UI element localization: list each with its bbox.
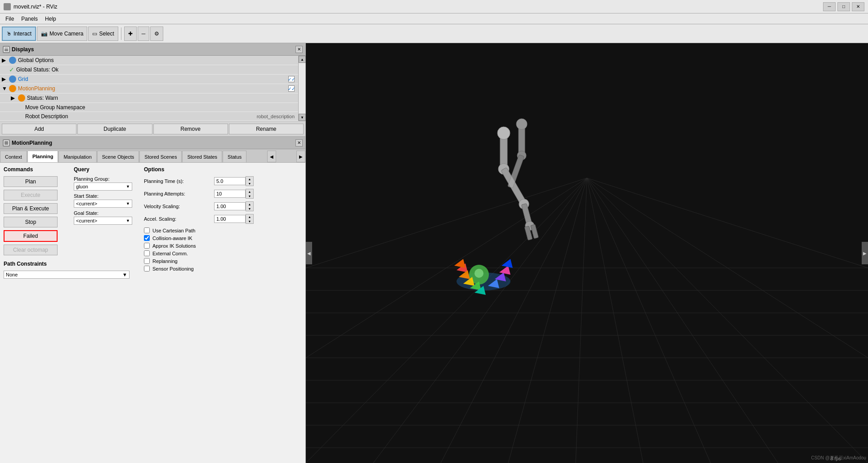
checkboxes-section: Use Cartesian Path Collision-aware IK Ap… [144,227,302,272]
external-comm-row: External Comm. [144,250,302,256]
planning-attempts-spinner-btns: ▲ ▼ [246,189,254,199]
planning-time-label: Planning Time (s): [144,178,211,184]
grid-arrow[interactable]: ▶ [2,76,9,82]
motion-planning-checkbox[interactable]: ✓ [288,85,295,92]
maximize-button[interactable]: □ [837,2,850,11]
accel-scaling-input[interactable] [214,215,246,223]
stop-button[interactable]: Stop [4,217,58,227]
global-status-name: Global Status: Ok [16,67,296,73]
display-row-global-status[interactable]: ▶ ✓ Global Status: Ok [0,65,298,75]
planning-content: Commands Plan Execute Plan & Execute Sto… [0,163,305,463]
tab-nav-left[interactable]: ◀ [267,151,276,162]
velocity-scaling-down[interactable]: ▼ [246,206,253,211]
velocity-scaling-input[interactable] [214,202,246,210]
motion-planning-arrow[interactable]: ▼ [2,85,9,92]
display-row-robot-desc[interactable]: ▶ Robot Description robot_description [0,112,298,121]
external-comm-checkbox[interactable] [144,250,150,256]
clear-octomap-button[interactable]: Clear octomap [4,245,58,255]
accel-scaling-row: Accel. Scaling: ▲ ▼ [144,214,302,224]
replanning-checkbox[interactable] [144,258,150,264]
tab-planning[interactable]: Planning [27,151,58,162]
use-cartesian-path-checkbox[interactable] [144,227,150,233]
displays-close-button[interactable]: ✕ [295,46,303,53]
accel-scaling-up[interactable]: ▲ [246,214,253,219]
plan-execute-button[interactable]: Plan & Execute [4,203,58,214]
accel-scaling-down[interactable]: ▼ [246,219,253,223]
planning-attempts-up[interactable]: ▲ [246,189,253,194]
close-button[interactable]: ✕ [852,2,864,11]
planning-time-down[interactable]: ▼ [246,181,253,186]
status-warn-arrow[interactable]: ▶ [11,95,18,101]
approx-ik-solutions-checkbox[interactable] [144,243,150,249]
goal-state-select[interactable]: <current> ▼ [74,217,132,225]
toolbar-plus-button[interactable]: ✚ [124,27,137,41]
plan-button[interactable]: Plan [4,176,58,187]
tab-stored-states[interactable]: Stored States [182,151,222,162]
planning-time-up[interactable]: ▲ [246,177,253,181]
remove-button[interactable]: Remove [153,124,228,134]
planning-time-spinner[interactable]: 5.0 ▲ ▼ [214,176,254,186]
tab-nav-right[interactable]: ▶ [296,151,305,162]
goal-state-label: Goal State: [74,210,137,216]
left-handle[interactable]: ◀ [306,242,312,264]
toolbar-minus-button[interactable]: ─ [138,27,150,41]
planning-time-input[interactable]: 5.0 [214,177,246,185]
toolbar-separator-1 [121,27,121,40]
scroll-down-button[interactable]: ▼ [299,114,306,121]
displays-header-left: Displays [3,46,34,53]
toolbar-settings-button[interactable]: ⚙ [150,27,163,41]
tab-stored-scenes[interactable]: Stored Scenes [139,151,182,162]
display-row-status-warn[interactable]: ▶ Status: Warn [0,93,298,103]
velocity-scaling-up[interactable]: ▲ [246,202,253,206]
display-row-global-options[interactable]: ▶ Global Options [0,56,298,65]
minimize-button[interactable]: ─ [823,2,836,11]
main-layout: Displays ✕ ▶ Global Options ▶ ✓ [0,43,868,463]
select-label: Select [99,31,114,37]
interact-button[interactable]: 🖱 Interact [2,27,36,41]
right-handle[interactable]: ▶ [862,242,868,264]
displays-scrollbar[interactable]: ▲ ▼ [298,56,305,121]
viewport[interactable]: ◀ ▶ 8 fps CSDN @夏毛豆xiAmAodou [306,43,868,463]
query-column: Query Planning Group: gluon ▼ Start Stat… [74,166,137,459]
tab-context[interactable]: Context [0,151,27,162]
planning-group-select[interactable]: gluon ▼ [74,183,132,191]
tab-scene-objects[interactable]: Scene Objects [97,151,139,162]
motion-planning-name: MotionPlanning [18,85,153,92]
path-constraints-value: None [6,272,18,277]
planning-attempts-down[interactable]: ▼ [246,194,253,198]
velocity-scaling-spinner[interactable]: ▲ ▼ [214,201,254,211]
display-row-grid[interactable]: ▶ Grid ✓ [0,75,298,84]
motion-planning-close-button[interactable]: ✕ [295,139,303,147]
titlebar-controls[interactable]: ─ □ ✕ [823,2,864,11]
svg-marker-37 [501,259,513,268]
move-camera-button[interactable]: 📷 Move Camera [37,27,87,41]
motion-planning-tabs: Context Planning Manipulation Scene Obje… [0,149,305,163]
collision-aware-ik-checkbox[interactable] [144,235,150,241]
planning-attempts-input[interactable] [214,190,246,198]
display-row-move-group-ns[interactable]: ▶ Move Group Namespace [0,103,298,112]
execute-button[interactable]: Execute [4,190,58,200]
rename-button[interactable]: Rename [229,124,304,134]
start-state-value: <current> [76,201,97,206]
accel-scaling-spinner[interactable]: ▲ ▼ [214,214,254,224]
menu-help[interactable]: Help [41,15,60,23]
use-cartesian-path-label: Use Cartesian Path [152,228,195,233]
tab-status[interactable]: Status [223,151,246,162]
scroll-track[interactable] [299,63,305,114]
select-button[interactable]: ▭ Select [88,27,118,41]
planning-attempts-spinner[interactable]: ▲ ▼ [214,189,254,199]
failed-button[interactable]: Failed [4,230,58,242]
display-row-motion-planning[interactable]: ▼ MotionPlanning ✓ [0,84,298,93]
tab-manipulation[interactable]: Manipulation [58,151,96,162]
duplicate-button[interactable]: Duplicate [77,124,152,134]
svg-rect-51 [508,155,524,188]
menu-panels[interactable]: Panels [18,15,41,23]
add-button[interactable]: Add [2,124,76,134]
global-options-name: Global Options [18,57,296,63]
menu-file[interactable]: File [2,15,18,23]
start-state-select[interactable]: <current> ▼ [74,200,132,208]
scroll-up-button[interactable]: ▲ [299,56,306,63]
global-options-arrow[interactable]: ▶ [2,57,9,63]
grid-checkbox[interactable]: ✓ [288,76,295,82]
sensor-positioning-checkbox[interactable] [144,266,150,272]
